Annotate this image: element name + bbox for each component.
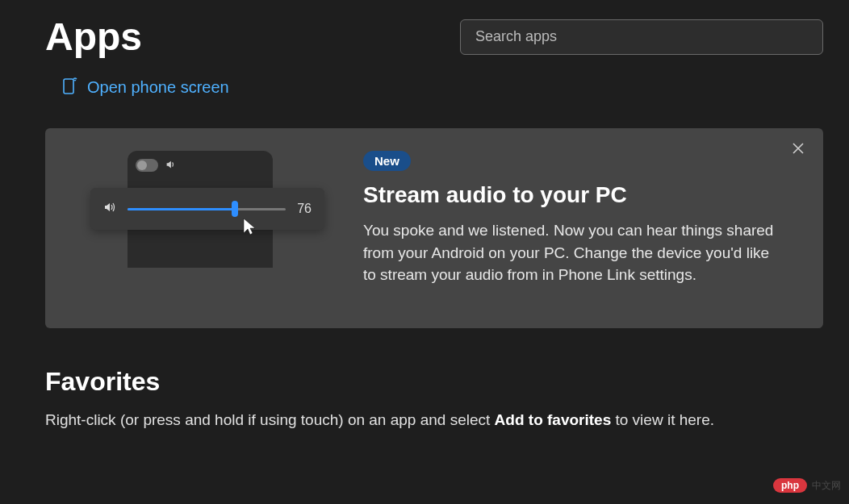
open-phone-label: Open phone screen <box>87 78 229 97</box>
new-badge: New <box>363 151 411 171</box>
banner-illustration: 76 <box>73 151 315 288</box>
phone-icon <box>63 77 77 98</box>
favorites-hint-bold: Add to favorites <box>495 411 612 428</box>
watermark-text: 中文网 <box>812 479 841 493</box>
volume-panel: 76 <box>90 188 324 230</box>
speaker-icon <box>165 159 176 173</box>
svg-rect-0 <box>64 79 73 94</box>
banner-description: You spoke and we listened. Now you can h… <box>363 219 783 286</box>
stream-audio-banner: 76 New Stream audio to your PC You spoke… <box>45 128 823 328</box>
banner-title: Stream audio to your PC <box>363 182 796 208</box>
volume-speaker-icon <box>103 201 116 217</box>
search-input[interactable] <box>460 19 823 55</box>
page-title: Apps <box>45 15 142 59</box>
open-phone-screen-link[interactable]: Open phone screen <box>0 59 849 98</box>
watermark: php 中文网 <box>773 478 841 493</box>
favorites-section: Favorites Right-click (or press and hold… <box>0 328 849 429</box>
volume-value: 76 <box>297 202 312 216</box>
banner-content: New Stream audio to your PC You spoke an… <box>363 151 796 288</box>
volume-slider[interactable] <box>128 208 286 210</box>
favorites-hint-post: to view it here. <box>611 411 714 428</box>
favorites-hint-pre: Right-click (or press and hold if using … <box>45 411 495 428</box>
favorites-title: Favorites <box>45 367 823 397</box>
close-icon[interactable] <box>793 143 804 157</box>
watermark-badge: php <box>773 478 807 493</box>
cursor-icon <box>242 217 257 240</box>
toggle-icon <box>136 159 158 172</box>
favorites-hint: Right-click (or press and hold if using … <box>45 411 823 429</box>
